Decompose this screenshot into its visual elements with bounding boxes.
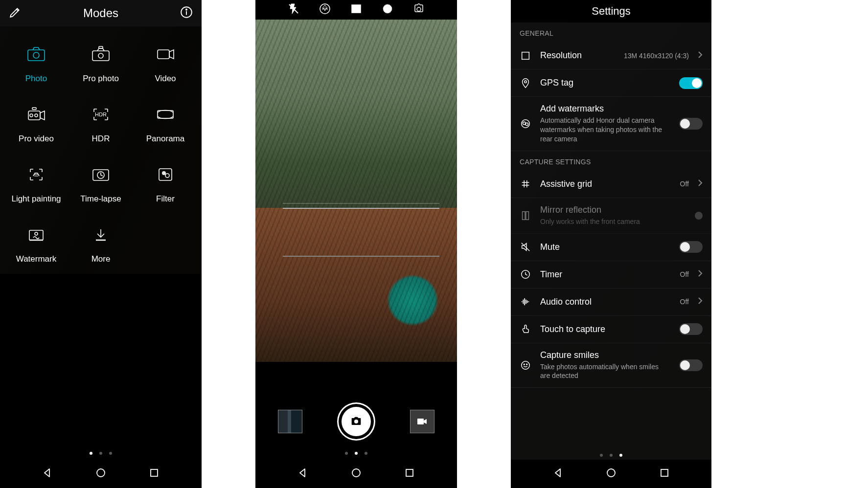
modes-title: Modes	[29, 6, 172, 20]
mode-light-painting[interactable]: Light painting	[4, 166, 69, 204]
home-nav-icon[interactable]	[95, 467, 107, 481]
mode-label: Pro video	[19, 134, 54, 144]
smile-icon	[520, 360, 531, 371]
edit-icon[interactable]	[9, 6, 22, 21]
mode-label: Light painting	[11, 194, 61, 204]
back-nav-icon[interactable]	[297, 467, 309, 481]
svg-point-12	[35, 114, 38, 117]
mode-label: Filter	[156, 194, 175, 204]
back-nav-icon[interactable]	[552, 467, 564, 481]
svg-point-25	[320, 4, 330, 14]
chevron-right-icon	[698, 297, 703, 306]
recent-nav-icon[interactable]	[148, 467, 160, 481]
pro-photo-icon	[91, 46, 111, 65]
page-dot	[345, 452, 348, 455]
home-nav-icon[interactable]	[350, 467, 362, 481]
mode-video[interactable]: Video	[133, 46, 198, 84]
modes-body: Photo Pro photo Video Pro video HDR HDR …	[0, 26, 202, 274]
gallery-thumbnail[interactable]	[278, 410, 302, 433]
mode-label: Pro photo	[83, 74, 119, 84]
clock-icon	[520, 269, 531, 280]
svg-text:HDR: HDR	[95, 111, 107, 117]
setting-smiles[interactable]: Capture smiles Take photos automatically…	[511, 343, 711, 388]
toggle-switch[interactable]	[679, 359, 703, 371]
setting-audio[interactable]: Audio control Off	[511, 288, 711, 316]
mode-pro-video[interactable]: Pro video	[4, 106, 69, 144]
mode-time-lapse[interactable]: Time-lapse	[69, 166, 133, 204]
mode-pro-photo[interactable]: Pro photo	[69, 46, 133, 84]
more-icon	[91, 226, 111, 245]
settings-screen: Settings GENERAL Resolution 13M 4160x312…	[511, 0, 711, 488]
mode-watermark[interactable]: Watermark	[4, 226, 69, 264]
svg-point-21	[35, 232, 38, 235]
settings-list[interactable]: GENERAL Resolution 13M 4160x3120 (4:3) G…	[511, 22, 711, 460]
svg-point-29	[383, 4, 392, 13]
photo-icon	[26, 46, 46, 65]
recent-nav-icon[interactable]	[404, 467, 415, 481]
recent-nav-icon[interactable]	[659, 467, 670, 481]
setting-value: 13M 4160x3120 (4:3)	[624, 52, 689, 60]
svg-rect-34	[406, 469, 413, 476]
svg-point-44	[522, 361, 530, 370]
setting-watermarks[interactable]: Add watermarks Automatically add Honor d…	[511, 97, 711, 151]
shutter-button[interactable]	[342, 407, 371, 436]
setting-title: Capture smiles	[540, 350, 670, 360]
mode-hdr[interactable]: HDR HDR	[69, 106, 133, 144]
toggle-disabled-indicator	[695, 212, 703, 220]
mode-filter[interactable]: Filter	[133, 166, 198, 204]
mode-label: Video	[155, 74, 176, 84]
setting-timer[interactable]: Timer Off	[511, 261, 711, 288]
svg-point-11	[30, 114, 33, 117]
mode-more[interactable]: More	[69, 226, 133, 264]
setting-mute[interactable]: Mute	[511, 234, 711, 261]
svg-rect-5	[92, 51, 109, 61]
camera-top-bar	[255, 0, 457, 20]
chevron-right-icon	[698, 270, 703, 279]
video-mode-button[interactable]	[410, 410, 434, 433]
switch-camera-icon[interactable]	[413, 3, 425, 17]
mode-label: Panorama	[146, 134, 184, 144]
hdr-icon: HDR	[91, 106, 111, 125]
setting-gps[interactable]: GPS tag	[511, 69, 711, 97]
page-dot	[109, 452, 112, 455]
effects-ring-icon[interactable]	[382, 3, 393, 17]
frame-icon[interactable]	[350, 3, 362, 17]
shutter-effect-icon[interactable]	[319, 3, 331, 17]
toggle-switch[interactable]	[679, 118, 703, 130]
toggle-switch[interactable]	[679, 241, 703, 253]
info-icon[interactable]	[180, 6, 193, 21]
setting-subtitle: Automatically add Honor dual camera wate…	[540, 116, 670, 144]
android-navbar	[255, 460, 457, 488]
mode-photo[interactable]: Photo	[4, 46, 69, 84]
toggle-switch[interactable]	[679, 323, 703, 335]
frame-icon	[520, 50, 531, 61]
flash-off-icon[interactable]	[288, 3, 299, 17]
mode-panorama[interactable]: Panorama	[133, 106, 198, 144]
setting-value: Off	[680, 180, 689, 188]
setting-title: Add watermarks	[540, 104, 670, 114]
setting-grid[interactable]: Assistive grid Off	[511, 171, 711, 198]
setting-subtitle: Only works with the front camera	[540, 217, 686, 226]
setting-resolution[interactable]: Resolution 13M 4160x3120 (4:3)	[511, 42, 711, 69]
filter-icon	[156, 166, 175, 185]
setting-subtitle: Take photos automatically when smiles ar…	[540, 362, 670, 381]
camera-bottom-bar	[255, 362, 457, 460]
setting-value: Off	[680, 298, 689, 306]
toggle-switch[interactable]	[679, 77, 703, 89]
home-nav-icon[interactable]	[605, 467, 617, 481]
chevron-right-icon	[698, 179, 703, 188]
setting-title: Mirror reflection	[540, 205, 686, 215]
svg-rect-3	[28, 50, 45, 61]
svg-point-39	[525, 123, 528, 125]
setting-title: Audio control	[540, 297, 671, 307]
back-nav-icon[interactable]	[42, 467, 53, 481]
svg-point-36	[525, 80, 527, 83]
page-dot	[619, 454, 622, 457]
setting-touch[interactable]: Touch to capture	[511, 316, 711, 343]
page-dot	[600, 454, 603, 457]
svg-point-2	[186, 9, 187, 10]
viewfinder[interactable]	[255, 20, 457, 362]
touch-icon	[520, 324, 531, 334]
setting-title: Mute	[540, 242, 670, 252]
page-dot	[610, 454, 613, 457]
